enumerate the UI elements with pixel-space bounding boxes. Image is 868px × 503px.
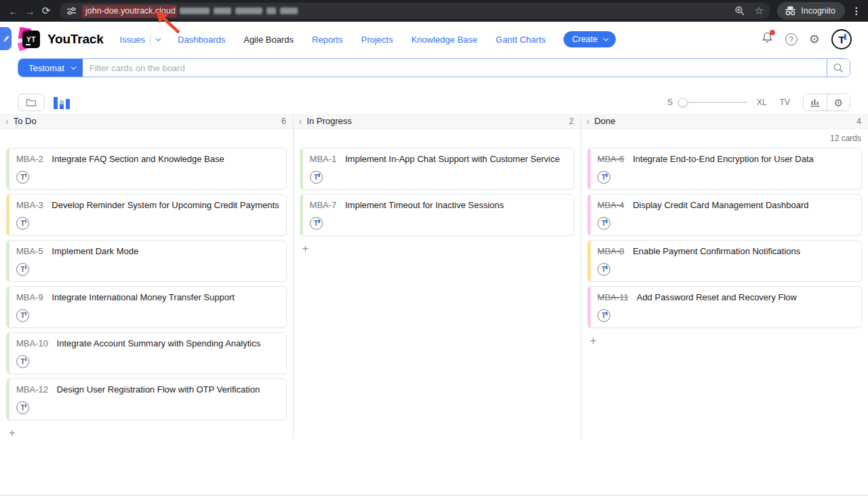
card-title[interactable]: Enable Payment Confirmation Notification…: [633, 246, 800, 256]
add-card-button[interactable]: +: [0, 424, 20, 439]
site-settings-icon[interactable]: [66, 6, 77, 16]
card-title[interactable]: Develop Reminder System for Upcoming Cre…: [52, 200, 279, 210]
card-title[interactable]: Design User Registration Flow with OTP V…: [57, 384, 260, 395]
help-icon[interactable]: ?: [785, 33, 797, 45]
notifications-bell-icon[interactable]: [761, 31, 774, 47]
issue-card[interactable]: MBA-2 Integrate FAQ Section and Knowledg…: [6, 148, 287, 190]
card-id[interactable]: MBA-2: [16, 154, 43, 164]
address-bar[interactable]: john-doe.youtrack.cloud ☆: [60, 3, 770, 19]
add-card-button[interactable]: +: [294, 240, 314, 254]
card-title[interactable]: Implement In-App Chat Support with Custo…: [345, 154, 559, 164]
column-header[interactable]: ‹ In Progress 2: [294, 114, 580, 129]
assignee-avatar[interactable]: T: [16, 401, 29, 414]
slider-knob[interactable]: [678, 98, 688, 107]
url-text[interactable]: john-doe.youtrack.cloud: [82, 5, 177, 18]
nav-label[interactable]: Agile Boards: [243, 35, 294, 45]
youtrack-logo[interactable]: YT YouTrack: [20, 29, 104, 49]
nav-gantt-charts[interactable]: Gantt Charts: [496, 35, 546, 45]
card-id[interactable]: MBA-11: [597, 292, 629, 302]
issue-card[interactable]: MBA-12 Design User Registration Flow wit…: [6, 378, 287, 420]
create-button[interactable]: Create: [564, 31, 616, 47]
collapse-column-icon[interactable]: ‹: [587, 117, 590, 126]
assignee-avatar[interactable]: T: [16, 263, 29, 276]
nav-knowledge-base[interactable]: Knowledge Base: [411, 35, 477, 45]
card-title[interactable]: Integrate Account Summary with Spending …: [57, 338, 261, 348]
card-id[interactable]: MBA-5: [16, 246, 43, 256]
assignee-avatar[interactable]: T: [16, 309, 29, 322]
issue-card[interactable]: MBA-6 Integrate End-to-End Encryption fo…: [587, 148, 862, 190]
card-id[interactable]: MBA-7: [310, 200, 337, 210]
add-card-button[interactable]: +: [581, 332, 601, 346]
card-id[interactable]: MBA-9: [16, 292, 43, 302]
assignee-avatar[interactable]: T: [597, 217, 610, 230]
nav-label[interactable]: Dashboards: [178, 35, 225, 45]
filter-cards-input[interactable]: [83, 59, 827, 77]
assignee-avatar[interactable]: T: [597, 263, 610, 276]
nav-label[interactable]: Knowledge Base: [411, 35, 477, 45]
nav-issues[interactable]: Issues: [120, 35, 160, 45]
nav-label[interactable]: Reports: [312, 35, 343, 45]
search-button[interactable]: [827, 59, 850, 77]
column-header[interactable]: ‹ To Do 6: [0, 114, 293, 129]
issue-card[interactable]: MBA-3 Develop Reminder System for Upcomi…: [6, 194, 287, 236]
assignee-avatar[interactable]: T: [597, 171, 610, 184]
card-id[interactable]: MBA-3: [16, 200, 43, 210]
card-title[interactable]: Integrate International Money Transfer S…: [52, 292, 235, 302]
board-settings-button[interactable]: ⚙: [827, 94, 850, 110]
assignee-avatar[interactable]: T: [16, 171, 29, 184]
nav-reports[interactable]: Reports: [312, 35, 343, 45]
collapse-column-icon[interactable]: ‹: [299, 117, 302, 126]
card-title[interactable]: Integrate FAQ Section and Knowledge Base: [52, 154, 224, 164]
issue-card[interactable]: MBA-1 Implement In-App Chat Support with…: [300, 148, 574, 190]
board-selector-button[interactable]: Testomat: [18, 59, 83, 77]
card-id[interactable]: MBA-4: [597, 200, 625, 210]
nav-projects[interactable]: Projects: [361, 35, 393, 45]
collapse-column-icon[interactable]: ‹: [5, 117, 9, 126]
browser-reload-icon[interactable]: ⟳: [38, 5, 54, 17]
card-id[interactable]: MBA-6: [597, 154, 625, 164]
zoom-icon[interactable]: [734, 5, 745, 16]
issue-card[interactable]: MBA-10 Integrate Account Summary with Sp…: [6, 332, 287, 374]
card-title[interactable]: Implement Dark Mode: [52, 246, 138, 256]
nav-dashboards[interactable]: Dashboards: [178, 35, 225, 45]
chevron-down-icon[interactable]: [155, 35, 161, 41]
issue-card[interactable]: MBA-4 Display Credit Card Management Das…: [587, 194, 862, 236]
card-id[interactable]: MBA-8: [597, 246, 625, 256]
browser-menu-icon[interactable]: ⋮: [852, 5, 861, 16]
issue-card[interactable]: MBA-11 Add Password Reset and Recovery F…: [587, 286, 862, 328]
user-avatar[interactable]: T: [831, 29, 852, 49]
nav-label[interactable]: Projects: [361, 35, 393, 45]
issue-card[interactable]: MBA-8 Enable Payment Confirmation Notifi…: [587, 240, 862, 282]
nav-label[interactable]: Issues: [120, 35, 146, 45]
column-cards: MBA-2 Integrate FAQ Section and Knowledg…: [0, 148, 293, 420]
card-size-slider[interactable]: [679, 102, 747, 103]
card-title[interactable]: Integrate End-to-End Encryption for User…: [633, 154, 814, 164]
issue-card[interactable]: MBA-9 Integrate International Money Tran…: [6, 286, 287, 328]
redacted-url-segment: [180, 7, 298, 14]
extension-sidebar-tab[interactable]: [0, 27, 12, 50]
nav-label[interactable]: Gantt Charts: [496, 35, 546, 45]
issue-card[interactable]: MBA-7 Implement Timeout for Inactive Ses…: [300, 194, 574, 236]
chart-view-toggle[interactable]: [54, 96, 70, 109]
card-id[interactable]: MBA-10: [16, 338, 48, 348]
assignee-avatar[interactable]: T: [310, 171, 323, 184]
assignee-avatar[interactable]: T: [16, 217, 29, 230]
settings-gear-icon[interactable]: ⚙: [809, 33, 820, 45]
tv-mode-button[interactable]: TV: [780, 98, 790, 107]
board-chart-button[interactable]: [804, 94, 827, 110]
backlog-folder-button[interactable]: [18, 94, 45, 111]
card-title[interactable]: Display Credit Card Management Dashboard: [633, 200, 808, 210]
browser-back-icon[interactable]: ←: [5, 5, 22, 17]
nav-agile-boards[interactable]: Agile Boards: [243, 35, 294, 45]
card-title[interactable]: Implement Timeout for Inactive Sessions: [345, 200, 504, 210]
assignee-avatar[interactable]: T: [310, 217, 323, 230]
card-id[interactable]: MBA-12: [16, 384, 48, 395]
assignee-avatar[interactable]: T: [16, 355, 29, 368]
card-id[interactable]: MBA-1: [310, 154, 337, 164]
bookmark-star-icon[interactable]: ☆: [755, 5, 764, 17]
assignee-avatar[interactable]: T: [597, 309, 610, 322]
issue-card[interactable]: MBA-5 Implement Dark Mode T: [6, 240, 287, 282]
browser-forward-icon[interactable]: →: [22, 5, 38, 17]
column-header[interactable]: ‹ Done 4: [581, 114, 868, 129]
card-title[interactable]: Add Password Reset and Recovery Flow: [637, 292, 797, 302]
